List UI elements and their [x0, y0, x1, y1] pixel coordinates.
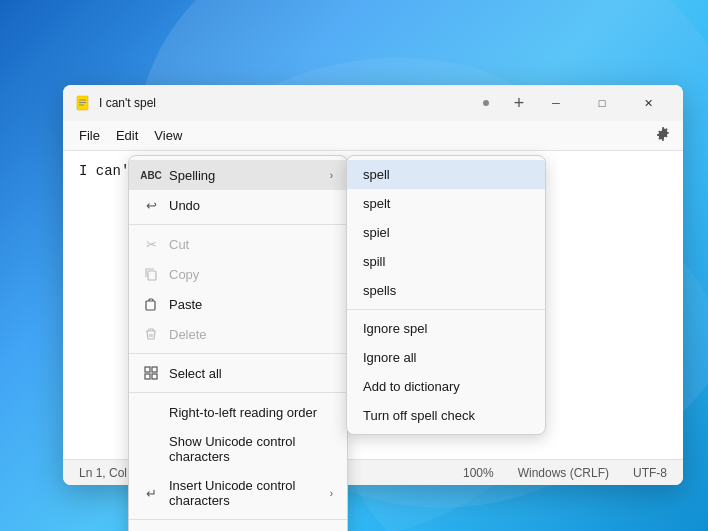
spell-ignore-word[interactable]: Ignore spel	[347, 314, 545, 343]
spell-turn-off[interactable]: Turn off spell check	[347, 401, 545, 430]
window-title: I can't spel	[99, 96, 483, 110]
ctx-unicode-insert-label: Insert Unicode control characters	[169, 478, 320, 508]
svg-rect-8	[145, 374, 150, 379]
ctx-undo-label: Undo	[169, 198, 200, 213]
status-bar-right: 100% Windows (CRLF) UTF-8	[463, 466, 667, 480]
spell-suggestion-spill[interactable]: spill	[347, 247, 545, 276]
ctx-copy-label: Copy	[169, 267, 199, 282]
settings-icon[interactable]	[651, 122, 675, 149]
svg-rect-6	[145, 367, 150, 372]
ctx-rtl[interactable]: Right-to-left reading order	[129, 397, 347, 427]
ctx-cut: ✂ Cut	[129, 229, 347, 259]
ctx-selectall[interactable]: Select all	[129, 358, 347, 388]
menu-file[interactable]: File	[71, 124, 108, 147]
unicode-insert-chevron: ›	[330, 488, 333, 499]
svg-rect-5	[146, 301, 155, 310]
ctx-spelling-label: Spelling	[169, 168, 215, 183]
ctx-unicode-show-label: Show Unicode control characters	[169, 434, 333, 464]
separator-1	[129, 224, 347, 225]
menu-edit[interactable]: Edit	[108, 124, 146, 147]
ctx-cut-label: Cut	[169, 237, 189, 252]
spell-separator-1	[347, 309, 545, 310]
window-controls: ─ □ ✕	[533, 85, 671, 121]
unicode-insert-icon: ↵	[143, 485, 159, 501]
close-button[interactable]: ✕	[625, 85, 671, 121]
app-icon	[75, 95, 91, 111]
svg-rect-7	[152, 367, 157, 372]
ctx-paste-label: Paste	[169, 297, 202, 312]
ctx-delete: Delete	[129, 319, 347, 349]
spell-add-dictionary[interactable]: Add to dictionary	[347, 372, 545, 401]
spell-suggestion-spiel[interactable]: spiel	[347, 218, 545, 247]
context-menu: ABC Spelling › ↩ Undo ✂ Cut Copy Paste	[128, 155, 348, 531]
line-ending: Windows (CRLF)	[518, 466, 609, 480]
ctx-undo[interactable]: ↩ Undo	[129, 190, 347, 220]
ctx-delete-label: Delete	[169, 327, 207, 342]
svg-rect-9	[152, 374, 157, 379]
rtl-icon	[143, 404, 159, 420]
new-tab-button[interactable]: +	[505, 89, 533, 117]
ctx-unicode-show[interactable]: Show Unicode control characters	[129, 427, 347, 471]
maximize-button[interactable]: □	[579, 85, 625, 121]
spell-ignore-all[interactable]: Ignore all	[347, 343, 545, 372]
title-bar: I can't spel + ─ □ ✕	[63, 85, 683, 121]
minimize-button[interactable]: ─	[533, 85, 579, 121]
zoom-level: 100%	[463, 466, 494, 480]
cut-icon: ✂	[143, 236, 159, 252]
ctx-copy: Copy	[129, 259, 347, 289]
spell-suggestion-spelt[interactable]: spelt	[347, 189, 545, 218]
encoding: UTF-8	[633, 466, 667, 480]
paste-icon	[143, 296, 159, 312]
ctx-unicode-insert[interactable]: ↵ Insert Unicode control characters ›	[129, 471, 347, 515]
ctx-reconversion: Reconversion	[129, 524, 347, 531]
spelling-icon: ABC	[143, 167, 159, 183]
separator-2	[129, 353, 347, 354]
menu-bar: File Edit View	[63, 121, 683, 151]
ctx-spelling[interactable]: ABC Spelling ›	[129, 160, 347, 190]
undo-icon: ↩	[143, 197, 159, 213]
spelling-submenu: spell spelt spiel spill spells Ignore sp…	[346, 155, 546, 435]
unicode-show-icon	[143, 441, 159, 457]
ctx-rtl-label: Right-to-left reading order	[169, 405, 317, 420]
unsaved-dot	[483, 100, 489, 106]
svg-rect-4	[148, 271, 156, 280]
spell-suggestion-spell[interactable]: spell	[347, 160, 545, 189]
separator-3	[129, 392, 347, 393]
delete-icon	[143, 326, 159, 342]
selectall-icon	[143, 365, 159, 381]
copy-icon	[143, 266, 159, 282]
menu-view[interactable]: View	[146, 124, 190, 147]
spell-suggestion-spells[interactable]: spells	[347, 276, 545, 305]
spelling-chevron: ›	[330, 170, 333, 181]
separator-4	[129, 519, 347, 520]
ctx-paste[interactable]: Paste	[129, 289, 347, 319]
ctx-selectall-label: Select all	[169, 366, 222, 381]
